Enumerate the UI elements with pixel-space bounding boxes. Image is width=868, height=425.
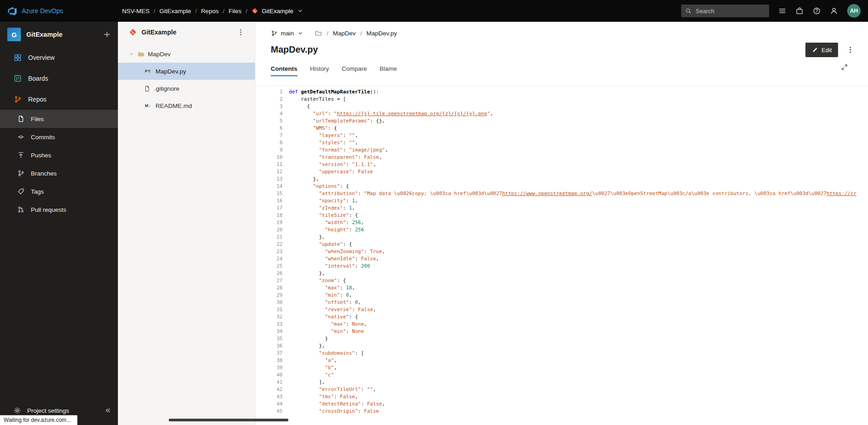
project-settings-label: Project settings — [27, 407, 69, 414]
tab-label: History — [310, 65, 329, 72]
project-avatar[interactable]: G — [7, 28, 21, 41]
breadcrumb-item-repos[interactable]: Repos — [201, 8, 219, 15]
code-text: { — [289, 103, 310, 110]
azure-devops-logo[interactable] — [7, 6, 17, 16]
sidebar-item-label: Files — [31, 116, 44, 122]
line-number: 8 — [259, 139, 289, 147]
list-icon[interactable] — [778, 7, 786, 15]
branch-selector[interactable]: main — [271, 30, 304, 37]
code-line: 39 "b", — [259, 364, 868, 371]
breadcrumb-separator: / — [195, 8, 197, 15]
code-text: "layers": "", — [289, 132, 358, 139]
code-text: "reverse": False, — [289, 306, 376, 313]
edit-button[interactable]: Edit — [805, 43, 838, 57]
user-avatar[interactable]: AH — [847, 4, 861, 18]
user-settings-icon[interactable] — [830, 7, 838, 15]
code-line: 18 "tileSize": { — [259, 212, 868, 219]
breadcrumb-item-gitexample[interactable]: GitExample — [160, 8, 191, 15]
marketplace-bag-icon[interactable] — [795, 7, 804, 15]
python-file-icon: PY — [144, 69, 152, 73]
add-icon[interactable] — [103, 31, 111, 38]
tab-blame[interactable]: Blame — [380, 65, 397, 76]
code-text: "url": "https://{s}.tile.openstreetmap.o… — [289, 110, 493, 117]
fullscreen-icon[interactable] — [841, 64, 848, 71]
code-text: }, — [289, 234, 325, 241]
repo-selector-label: GitExample — [262, 8, 293, 15]
tree-item-readme-md[interactable]: M↓README.md — [118, 97, 255, 114]
breadcrumb-item-nsv-mes[interactable]: NSV-MES — [122, 8, 150, 15]
code-text: "crossOrigin": False — [289, 408, 379, 415]
tree-item-label: MapDev — [148, 51, 171, 58]
project-row: G GitExample — [0, 25, 118, 44]
sidebar-item-commits[interactable]: Commits — [0, 128, 118, 146]
line-number: 32 — [259, 313, 289, 321]
tree-item-label: README.md — [156, 103, 192, 109]
code-text: "zoom": { — [289, 277, 346, 284]
tab-compare[interactable]: Compare — [342, 65, 367, 76]
tree-item-gitignore[interactable]: .gitignore — [118, 80, 255, 97]
sidebar-item-tags[interactable]: Tags — [0, 182, 118, 200]
sidebar-item-boards[interactable]: Boards — [0, 68, 118, 89]
line-number: 38 — [259, 357, 289, 364]
code-text: "transparent": False, — [289, 154, 382, 161]
code-text: "height": 256 — [289, 226, 364, 234]
tree-item-mapdev-py[interactable]: PYMapDev.py — [118, 63, 255, 80]
more-options-icon[interactable] — [237, 28, 245, 36]
breadcrumb-item-files[interactable]: Files — [229, 8, 242, 15]
project-name[interactable]: GitExample — [26, 31, 98, 38]
tab-contents[interactable]: Contents — [271, 65, 297, 76]
code-viewer[interactable]: 1def getDefaultMapRasterTile():2 rasterT… — [255, 85, 868, 415]
collapse-sidebar-icon[interactable] — [104, 407, 112, 414]
file-icon — [144, 85, 151, 92]
sidebar-item-overview[interactable]: Overview — [0, 47, 118, 68]
line-number: 33 — [259, 321, 289, 328]
path-item-folder[interactable]: MapDev — [333, 30, 356, 37]
code-line: 30 "offset": 0, — [259, 299, 868, 306]
sidebar-item-files[interactable]: Files — [0, 110, 118, 128]
tab-history[interactable]: History — [310, 65, 329, 76]
code-line: 24 "whenIdle": False, — [259, 255, 868, 263]
branch-icon — [271, 30, 278, 37]
repo-selector[interactable]: GitExample — [251, 7, 304, 15]
code-line: 38 "a", — [259, 357, 868, 364]
line-number: 2 — [259, 96, 289, 103]
code-line: 34 "min": None — [259, 328, 868, 335]
breadcrumb-separator: / — [245, 8, 247, 15]
path-item-file[interactable]: MapDev.py — [366, 30, 397, 37]
sidebar-item-pull-requests[interactable]: Pull requests — [0, 200, 118, 219]
sidebar-item-repos[interactable]: Repos — [0, 89, 118, 110]
repos-icon — [14, 95, 22, 103]
sidebar-item-branches[interactable]: Branches — [0, 164, 118, 182]
code-text: "a", — [289, 357, 337, 364]
topbar: Azure DevOps NSV-MES/GitExample/Repos/Fi… — [0, 0, 868, 22]
path-separator: / — [360, 30, 362, 37]
code-line: 25 "interval": 200 — [259, 263, 868, 270]
azure-devops-app: Azure DevOps NSV-MES/GitExample/Repos/Fi… — [0, 0, 868, 425]
code-line: 29 "min": 0, — [259, 292, 868, 299]
sidebar: G GitExample OverviewBoardsReposFilesCom… — [0, 22, 118, 425]
help-icon[interactable] — [813, 7, 821, 15]
line-number: 37 — [259, 350, 289, 357]
code-text: "subdomains": [ — [289, 350, 364, 357]
line-number: 6 — [259, 125, 289, 132]
search-box[interactable] — [681, 5, 769, 17]
chevron-down-icon[interactable] — [129, 51, 134, 57]
folder-outline-icon[interactable] — [315, 29, 322, 37]
tree-item-mapdev[interactable]: MapDev — [118, 45, 255, 63]
line-number: 16 — [259, 197, 289, 205]
sidebar-item-label: Tags — [31, 188, 44, 195]
code-line: 33 "max": None, — [259, 321, 868, 328]
code-line: 40 "c" — [259, 371, 868, 379]
horizontal-scrollbar-thumb[interactable] — [169, 419, 288, 421]
path-bar: main / MapDev / MapDev.py — [271, 26, 868, 40]
code-text: "attribution": "Map data \u0026copy; \u0… — [289, 190, 857, 197]
folder-icon — [137, 50, 145, 58]
product-name[interactable]: Azure DevOps — [22, 7, 63, 15]
more-options-icon[interactable] — [846, 46, 854, 54]
tree-repo-name[interactable]: GitExample — [141, 29, 232, 36]
search-input[interactable] — [695, 7, 765, 15]
chevron-down-icon — [297, 30, 304, 37]
sidebar-item-pushes[interactable]: Pushes — [0, 146, 118, 164]
tab-label: Contents — [271, 65, 297, 72]
code-line: 42 "errorTileUrl": "", — [259, 386, 868, 393]
